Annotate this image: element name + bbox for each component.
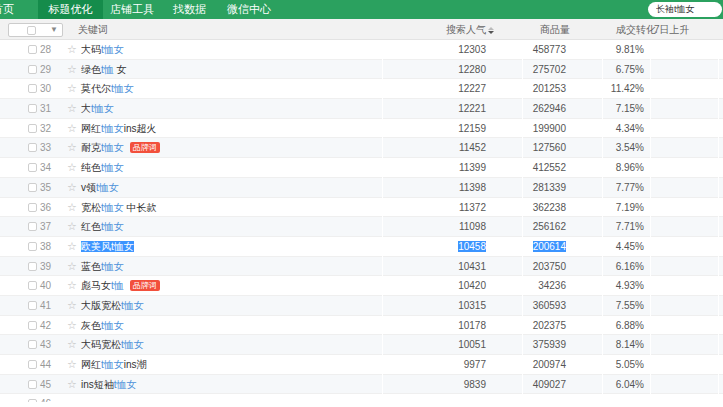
row-number: 28 <box>40 40 51 60</box>
nav-item-shop-tools[interactable]: 店铺工具 <box>110 0 154 19</box>
favorite-star-icon[interactable]: ☆ <box>67 119 77 139</box>
row-number: 33 <box>40 138 51 158</box>
keyword-match: t恤 <box>111 280 124 291</box>
row-checkbox[interactable] <box>28 281 37 290</box>
favorite-star-icon[interactable]: ☆ <box>67 237 77 257</box>
table-row: 38 ☆ 欧美风t恤女 10458 200614 4.45% <box>0 237 723 257</box>
keyword-link[interactable]: 绿色t恤 女 <box>81 60 127 80</box>
row-checkbox[interactable] <box>28 242 37 251</box>
table-body: 28 ☆ 大码t恤女 12303 458773 9.81% 29 ☆ 绿色t恤 … <box>0 40 723 402</box>
keyword-link[interactable]: 大码宽松t恤女 <box>81 335 144 355</box>
keyword-prefix: 欧美风 <box>81 241 111 252</box>
row-checkbox[interactable] <box>28 45 37 54</box>
row-checkbox[interactable] <box>28 65 37 74</box>
keyword-link[interactable]: 耐克t恤女品牌词 <box>81 138 160 158</box>
select-all-checkbox[interactable] <box>27 26 36 35</box>
nav-item-home[interactable]: 首页 <box>0 0 14 19</box>
keyword-link[interactable]: 彪马女t恤品牌词 <box>81 276 160 296</box>
conversion-value: 7.55% <box>540 296 644 316</box>
conversion-value: 11.42% <box>540 79 644 99</box>
keyword-link[interactable]: 灰色t恤女 <box>81 316 124 336</box>
favorite-star-icon[interactable]: ☆ <box>67 138 77 158</box>
row-checkbox[interactable] <box>28 124 37 133</box>
row-number: 39 <box>40 257 51 277</box>
nav-item-title-optimization[interactable]: 标题优化 <box>38 0 103 19</box>
row-checkbox[interactable] <box>28 340 37 349</box>
favorite-star-icon[interactable]: ☆ <box>67 217 77 237</box>
keyword-prefix: 大 <box>81 103 91 114</box>
keyword-link[interactable]: 大码t恤女 <box>81 40 124 60</box>
keyword-prefix: 宽松 <box>81 202 101 213</box>
row-checkbox[interactable] <box>28 360 37 369</box>
keyword-prefix: 纯色 <box>81 162 101 173</box>
table-row: 28 ☆ 大码t恤女 12303 458773 9.81% <box>0 40 723 60</box>
keyword-link[interactable]: v领t恤女 <box>81 178 119 198</box>
row-number: 38 <box>40 237 51 257</box>
table-row: 35 ☆ v领t恤女 11398 281339 7.77% <box>0 178 723 198</box>
column-header-7day-rise: 7日上升 <box>654 19 690 40</box>
keyword-link[interactable]: 欧美风t恤女 <box>81 237 134 257</box>
keyword-link[interactable]: ins短袖t恤女 <box>81 375 137 395</box>
row-checkbox[interactable] <box>28 143 37 152</box>
favorite-star-icon[interactable]: ☆ <box>67 99 77 119</box>
favorite-star-icon[interactable]: ☆ <box>67 40 77 60</box>
keyword-match: t恤女 <box>96 182 119 193</box>
nav-item-find-data[interactable]: 找数据 <box>173 0 206 19</box>
favorite-star-icon[interactable]: ☆ <box>67 60 77 80</box>
row-checkbox[interactable] <box>28 163 37 172</box>
table-row: 40 ☆ 彪马女t恤品牌词 10420 34236 4.93% <box>0 276 723 296</box>
select-all-dropdown[interactable]: ▼ <box>8 23 63 37</box>
row-checkbox[interactable] <box>28 84 37 93</box>
keyword-match: t恤女 <box>101 123 124 134</box>
keyword-link[interactable]: 红色t恤女 <box>81 217 124 237</box>
table-row: 36 ☆ 宽松t恤女 中长款 11372 362238 7.19% <box>0 198 723 218</box>
row-checkbox[interactable] <box>28 380 37 389</box>
table-row: 34 ☆ 纯色t恤女 11399 412552 8.96% <box>0 158 723 178</box>
row-checkbox[interactable] <box>28 104 37 113</box>
keyword-link[interactable]: 网红t恤女ins超火 <box>81 119 157 139</box>
keyword-link[interactable]: 莫代尔t恤女 <box>81 79 134 99</box>
column-header-keyword: 关键词 <box>78 19 108 40</box>
favorite-star-icon[interactable]: ☆ <box>67 375 77 395</box>
row-number: 44 <box>40 355 51 375</box>
row-checkbox[interactable] <box>28 262 37 271</box>
favorite-star-icon[interactable]: ☆ <box>67 296 77 316</box>
row-checkbox[interactable] <box>28 183 37 192</box>
row-checkbox[interactable] <box>28 321 37 330</box>
favorite-star-icon[interactable]: ☆ <box>67 178 77 198</box>
row-checkbox[interactable] <box>28 203 37 212</box>
nav-item-wechat-center[interactable]: 微信中心 <box>227 0 271 19</box>
keyword-prefix: 耐克 <box>81 142 101 153</box>
sort-desc-icon <box>488 27 495 34</box>
favorite-star-icon[interactable]: ☆ <box>67 316 77 336</box>
keyword-link[interactable]: 宽松t恤女 中长款 <box>81 198 157 218</box>
favorite-star-icon[interactable]: ☆ <box>67 158 77 178</box>
column-header-conversion: 成交转化 <box>616 19 656 40</box>
conversion-value: 7.71% <box>540 217 644 237</box>
favorite-star-icon[interactable]: ☆ <box>67 257 77 277</box>
keyword-link[interactable]: 网红t恤女ins潮 <box>81 355 147 375</box>
conversion-value: 6.88% <box>540 316 644 336</box>
keyword-link[interactable]: 纯色t恤女 <box>81 158 124 178</box>
row-checkbox[interactable] <box>28 222 37 231</box>
keyword-link[interactable]: 大版宽松t恤女 <box>81 296 144 316</box>
favorite-star-icon[interactable]: ☆ <box>67 276 77 296</box>
row-checkbox[interactable] <box>28 301 37 310</box>
column-header-search-popularity[interactable]: 搜索人气 <box>446 19 495 40</box>
table-row: 46 <box>0 394 723 402</box>
keyword-match: t恤女 <box>101 44 124 55</box>
chevron-down-icon: ▼ <box>50 24 58 36</box>
favorite-star-icon[interactable]: ☆ <box>67 355 77 375</box>
favorite-star-icon[interactable]: ☆ <box>67 198 77 218</box>
favorite-star-icon[interactable]: ☆ <box>67 335 77 355</box>
row-checkbox[interactable] <box>28 399 37 402</box>
row-number: 37 <box>40 217 51 237</box>
keyword-match: t恤女 <box>101 221 124 232</box>
keyword-link[interactable]: 大t恤女 <box>81 99 114 119</box>
table-row: 45 ☆ ins短袖t恤女 9839 409027 6.04% <box>0 375 723 395</box>
keyword-prefix: 网红 <box>81 123 101 134</box>
keyword-link[interactable]: 蓝色t恤女 <box>81 257 124 277</box>
favorite-star-icon[interactable]: ☆ <box>67 79 77 99</box>
keyword-search-input[interactable] <box>648 2 722 17</box>
keyword-suffix: 女 <box>114 64 127 75</box>
